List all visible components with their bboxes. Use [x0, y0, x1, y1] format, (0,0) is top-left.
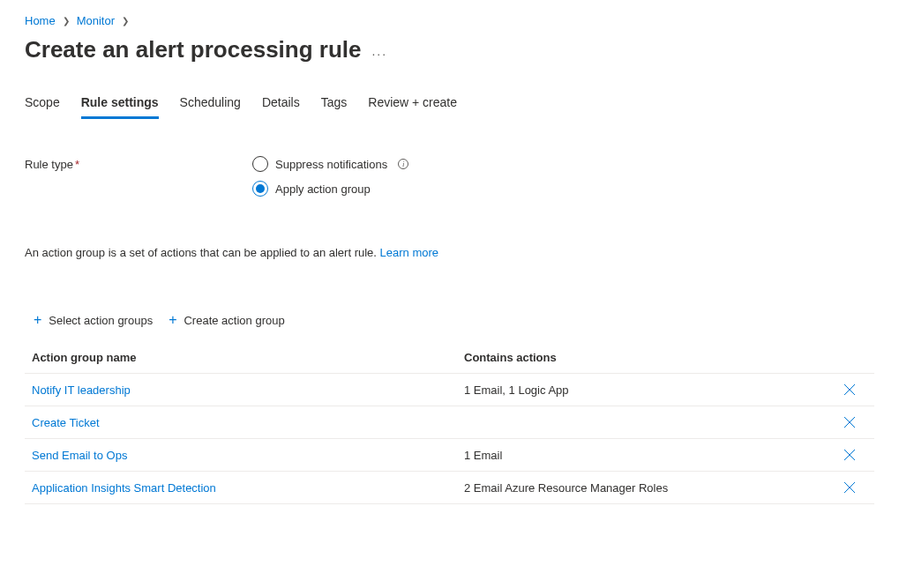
radio-icon: [252, 156, 268, 172]
action-group-link[interactable]: Send Email to Ops: [32, 449, 127, 462]
plus-icon: +: [34, 312, 41, 328]
more-icon[interactable]: ···: [371, 40, 387, 61]
breadcrumb: Home ❯ Monitor ❯: [25, 14, 874, 27]
description-text: An action group is a set of actions that…: [25, 246, 874, 259]
breadcrumb-monitor[interactable]: Monitor: [77, 14, 115, 27]
table-row: Create Ticket: [25, 406, 874, 439]
rule-type-label: Rule type*: [25, 156, 252, 171]
breadcrumb-home[interactable]: Home: [25, 14, 56, 27]
table-row: Send Email to Ops 1 Email: [25, 439, 874, 472]
plus-icon: +: [169, 312, 176, 328]
action-group-contains: 2 Email Azure Resource Manager Roles: [464, 481, 832, 495]
table-header-name: Action group name: [32, 351, 464, 364]
action-groups-table: Action group name Contains actions Notif…: [25, 342, 874, 504]
tab-tags[interactable]: Tags: [321, 95, 348, 119]
info-icon[interactable]: i: [398, 159, 408, 169]
close-icon[interactable]: [832, 415, 867, 429]
learn-more-link[interactable]: Learn more: [380, 246, 438, 259]
action-group-link[interactable]: Notify IT leadership: [32, 383, 131, 397]
radio-suppress-notifications[interactable]: Suppress notifications i: [252, 156, 408, 172]
chevron-right-icon: ❯: [122, 16, 129, 26]
radio-apply-label: Apply action group: [275, 182, 371, 196]
radio-icon: [252, 181, 268, 197]
close-icon[interactable]: [832, 383, 867, 397]
tab-review-create[interactable]: Review + create: [368, 95, 457, 119]
chevron-right-icon: ❯: [63, 16, 70, 26]
page-title: Create an alert processing rule: [25, 36, 361, 63]
action-group-link[interactable]: Create Ticket: [32, 416, 100, 429]
tab-details[interactable]: Details: [262, 95, 300, 119]
close-icon[interactable]: [832, 448, 867, 462]
action-group-contains: 1 Email, 1 Logic App: [464, 383, 832, 397]
action-group-link[interactable]: Application Insights Smart Detection: [32, 481, 216, 495]
tab-rule-settings[interactable]: Rule settings: [81, 95, 159, 119]
select-action-groups-button[interactable]: + Select action groups: [32, 309, 154, 331]
tab-scope[interactable]: Scope: [25, 95, 60, 119]
table-header-actions: Contains actions: [464, 351, 832, 364]
action-group-contains: 1 Email: [464, 449, 832, 462]
create-action-group-button[interactable]: + Create action group: [167, 309, 287, 331]
radio-apply-action-group[interactable]: Apply action group: [252, 181, 408, 197]
radio-suppress-label: Suppress notifications: [275, 158, 387, 171]
close-icon[interactable]: [832, 480, 867, 495]
tabs: Scope Rule settings Scheduling Details T…: [25, 95, 874, 119]
tab-scheduling[interactable]: Scheduling: [180, 95, 241, 119]
table-row: Notify IT leadership 1 Email, 1 Logic Ap…: [25, 374, 874, 406]
table-row: Application Insights Smart Detection 2 E…: [25, 472, 874, 504]
